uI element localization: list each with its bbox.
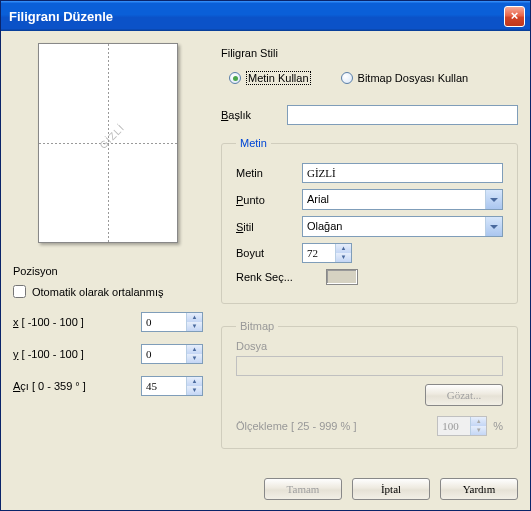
radio-use-bitmap[interactable]: Bitmap Dosyası Kullan	[341, 72, 469, 84]
font-row: Punto Arial	[236, 189, 503, 210]
text-fieldset: Metin Metin Punto Arial Sitil	[221, 137, 518, 304]
size-down[interactable]: ▼	[336, 253, 351, 262]
pos-y-label: y [ -100 - 100 ]	[13, 348, 141, 360]
pos-angle-up[interactable]: ▲	[187, 377, 202, 386]
radio-use-bitmap-dot[interactable]	[341, 72, 353, 84]
preview-watermark: GİZLİ	[97, 122, 126, 151]
scale-down: ▼	[471, 426, 486, 435]
ok-button: Tamam	[264, 478, 342, 500]
right-column: Filigran Stili Metin Kullan Bitmap Dosya…	[221, 43, 518, 468]
caption-input[interactable]	[287, 105, 518, 125]
size-label: Boyut	[236, 247, 302, 259]
color-row: Renk Seç...	[236, 269, 503, 285]
chevron-down-icon	[490, 198, 498, 202]
pos-angle-spinner[interactable]: ▲ ▼	[141, 376, 203, 396]
style-combo[interactable]: Olağan	[302, 216, 503, 237]
style-radio-row: Metin Kullan Bitmap Dosyası Kullan	[229, 71, 518, 85]
auto-center-label: Otomatik olarak ortalanmış	[32, 286, 163, 298]
caption-label: Başlık	[221, 109, 287, 121]
font-dropdown-button[interactable]	[485, 190, 502, 209]
auto-center-row: Otomatik olarak ortalanmış	[13, 285, 203, 298]
scale-spinner: ▲ ▼	[437, 416, 487, 436]
text-row: Metin	[236, 163, 503, 183]
preview-pane: GİZLİ	[38, 43, 178, 243]
style-value: Olağan	[303, 217, 485, 236]
bitmap-legend: Bitmap	[236, 320, 278, 332]
text-legend: Metin	[236, 137, 271, 149]
pos-x-label: x [ -100 - 100 ]	[13, 316, 141, 328]
pos-x-down[interactable]: ▼	[187, 322, 202, 331]
bitmap-fieldset: Bitmap Dosya Gözat... Ölçekleme [ 25 - 9…	[221, 320, 518, 449]
pos-y-up[interactable]: ▲	[187, 345, 202, 354]
scale-row: Ölçekleme [ 25 - 999 % ] ▲ ▼ %	[236, 416, 503, 436]
size-input[interactable]	[303, 244, 335, 262]
scale-arrows: ▲ ▼	[470, 417, 486, 435]
text-input[interactable]	[302, 163, 503, 183]
color-label: Renk Seç...	[236, 271, 326, 283]
size-row: Boyut ▲ ▼	[236, 243, 503, 263]
radio-use-bitmap-label[interactable]: Bitmap Dosyası Kullan	[358, 72, 469, 84]
pos-x-up[interactable]: ▲	[187, 313, 202, 322]
pos-y-input[interactable]	[142, 345, 186, 363]
font-value: Arial	[303, 190, 485, 209]
color-swatch-button[interactable]	[326, 269, 358, 285]
pos-x-input[interactable]	[142, 313, 186, 331]
style-row: Sitil Olağan	[236, 216, 503, 237]
pos-y-arrows: ▲ ▼	[186, 345, 202, 363]
radio-use-text[interactable]: Metin Kullan	[229, 71, 311, 85]
button-row: Tamam İptal Yardım	[13, 468, 518, 500]
radio-use-text-label[interactable]: Metin Kullan	[246, 71, 311, 85]
style-dropdown-button[interactable]	[485, 217, 502, 236]
titlebar: Filigranı Düzenle ×	[1, 1, 530, 31]
radio-use-text-dot[interactable]	[229, 72, 241, 84]
file-input	[236, 356, 503, 376]
caption-row: Başlık	[221, 105, 518, 125]
auto-center-checkbox[interactable]	[13, 285, 26, 298]
size-arrows: ▲ ▼	[335, 244, 351, 262]
dialog-body: GİZLİ Pozisyon Otomatik olarak ortalanmı…	[1, 31, 530, 510]
window-title: Filigranı Düzenle	[9, 9, 504, 24]
browse-row: Gözat...	[236, 384, 503, 406]
pos-angle-label: Açı [ 0 - 359 ° ]	[13, 380, 141, 392]
file-label: Dosya	[236, 340, 503, 352]
font-label: Punto	[236, 194, 302, 206]
pos-angle-down[interactable]: ▼	[187, 386, 202, 395]
scale-up: ▲	[471, 417, 486, 426]
cancel-button[interactable]: İptal	[352, 478, 430, 500]
left-column: GİZLİ Pozisyon Otomatik olarak ortalanmı…	[13, 43, 203, 468]
size-spinner[interactable]: ▲ ▼	[302, 243, 352, 263]
scale-input	[438, 417, 470, 435]
position-label: Pozisyon	[13, 265, 203, 277]
close-button[interactable]: ×	[504, 6, 525, 27]
help-button[interactable]: Yardım	[440, 478, 518, 500]
pos-angle-arrows: ▲ ▼	[186, 377, 202, 395]
style-label: Sitil	[236, 221, 302, 233]
pos-angle-input[interactable]	[142, 377, 186, 395]
main-area: GİZLİ Pozisyon Otomatik olarak ortalanmı…	[13, 43, 518, 468]
filigran-style-label: Filigran Stili	[221, 47, 518, 59]
chevron-down-icon	[490, 225, 498, 229]
pos-x-spinner[interactable]: ▲ ▼	[141, 312, 203, 332]
pos-y-down[interactable]: ▼	[187, 354, 202, 363]
font-combo[interactable]: Arial	[302, 189, 503, 210]
browse-button: Gözat...	[425, 384, 503, 406]
dialog-window: Filigranı Düzenle × GİZLİ Pozisyon Otoma…	[0, 0, 531, 511]
pos-x-arrows: ▲ ▼	[186, 313, 202, 331]
text-label: Metin	[236, 167, 302, 179]
pos-y-spinner[interactable]: ▲ ▼	[141, 344, 203, 364]
scale-label: Ölçekleme [ 25 - 999 % ]	[236, 420, 431, 432]
position-grid: x [ -100 - 100 ] ▲ ▼ y [ -100 - 100 ] ▲	[13, 312, 203, 396]
scale-unit: %	[493, 420, 503, 432]
size-up[interactable]: ▲	[336, 244, 351, 253]
